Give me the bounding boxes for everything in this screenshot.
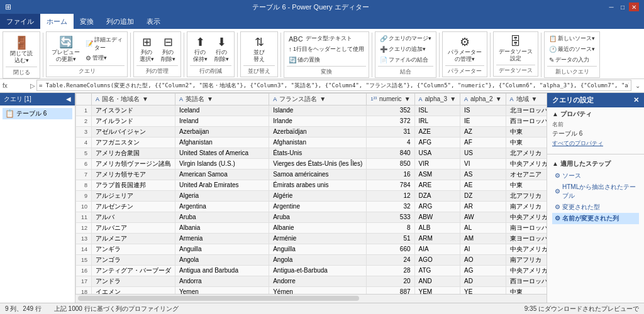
col-header-rownum[interactable]: [76, 93, 92, 105]
all-properties-link[interactable]: すべてのプロパティ: [552, 139, 639, 148]
name-label: 名前: [552, 121, 639, 129]
remove-columns-button[interactable]: ⊟ 列の削除▾: [158, 34, 178, 64]
params-icon: ⚙: [460, 35, 470, 49]
row-number: 9: [76, 190, 92, 201]
choose-columns-button[interactable]: ⊞ 列の選択▾: [136, 34, 157, 64]
table-row[interactable]: 6アメリカ領ヴァージン諸島Virgin Islands (U.S.)Vierge…: [76, 158, 547, 169]
col-header-english[interactable]: A英語名▼: [175, 93, 269, 105]
header-row-button[interactable]: ↑1行目をヘッダーとして使用: [287, 45, 366, 54]
maximize-button[interactable]: □: [618, 3, 628, 11]
step-label: 変更された型: [562, 203, 600, 212]
combine-files-button[interactable]: 📄ファイルの結合: [378, 55, 433, 65]
ribbon-group-new-query: 📋新しいソース▾ 🕐最近のソース▾ ✎データの入力 新しいクエリ: [544, 31, 600, 78]
table-row[interactable]: 4アフガニスタンAfghanistanAfghanistan4AFGAF中東IS…: [76, 137, 547, 148]
minimize-button[interactable]: ─: [606, 3, 616, 11]
alpha3-code: AND: [414, 276, 460, 286]
close-load-button[interactable]: 🚪 閉じて読込む▾: [8, 34, 35, 65]
tab-transform[interactable]: 変換: [74, 14, 100, 29]
query-item-table6[interactable]: 📋 テーブル 6: [3, 108, 72, 119]
alpha3-code: YEM: [414, 286, 460, 294]
enter-data-button[interactable]: ✎データの入力: [547, 55, 597, 65]
alpha2-code: AE: [460, 180, 506, 190]
alpha2-code: AL: [460, 222, 506, 233]
manage-params-button[interactable]: ⚙ パラメーターの管理▾: [445, 34, 484, 64]
region: 南アフリカ: [506, 254, 547, 265]
replace-values-button[interactable]: 🔄値の置換: [287, 55, 366, 65]
region: 南アメリカ: [506, 201, 547, 212]
french-name: Albanie: [269, 222, 367, 233]
region: 北ヨーロッパ: [506, 105, 547, 116]
table-row[interactable]: 5アメリカ合衆国United States of AmericaÉtats-Un…: [76, 148, 547, 158]
col-header-numeric[interactable]: 1²³numeric▼: [367, 93, 414, 105]
query-pane-collapse[interactable]: ◀: [66, 95, 71, 102]
col-header-alpha3[interactable]: Aalpha_3▼: [414, 93, 460, 105]
recent-sources-button[interactable]: 🕐最近のソース▾: [547, 45, 597, 54]
steps-title: ▲ 適用したステップ: [552, 160, 639, 168]
remove-rows-button[interactable]: ⬇ 行の削除▾: [211, 34, 231, 64]
table-row[interactable]: 10アルゼンチンArgentinaArgentine32ARGAR南アメリカIS…: [76, 201, 547, 212]
tab-add-column[interactable]: 列の追加: [100, 14, 140, 29]
country-name: アラブ首長国連邦: [92, 180, 175, 190]
french-name: Arménie: [269, 233, 367, 244]
region: 中央アメリカ: [506, 212, 547, 222]
ribbon-tabs: ファイル ホーム 変換 列の追加 表示: [0, 14, 644, 29]
scrollbar-thumb[interactable]: [78, 296, 359, 301]
col-header-french[interactable]: Aフランス語名▼: [269, 93, 367, 105]
merge-queries-button[interactable]: 🔗クエリのマージ▾: [378, 34, 433, 43]
step-item-2[interactable]: ⚙変更された型: [552, 202, 639, 213]
region: 南ヨーロッパ: [506, 222, 547, 233]
table-row[interactable]: 8アラブ首長国連邦United Arab EmiratesÉmirats ara…: [76, 180, 547, 190]
append-queries-button[interactable]: ➕クエリの追加▾: [378, 45, 433, 54]
tab-view[interactable]: 表示: [140, 14, 167, 29]
col-header-alpha2[interactable]: Aalpha_2▼: [460, 93, 506, 105]
table-row[interactable]: 12アルバニアAlbaniaAlbanie8ALBAL南ヨーロッパISO 316…: [76, 222, 547, 233]
table-row[interactable]: 3アゼルバイジャンAzerbaijanAzerbaïdjan31AZEAZ中東I…: [76, 126, 547, 137]
tab-home[interactable]: ホーム: [40, 14, 74, 29]
table-row[interactable]: 16アンティグア・バーブーダAntigua and BarbudaAntigua…: [76, 265, 547, 276]
new-source-button[interactable]: 📋新しいソース▾: [547, 34, 597, 43]
table-row[interactable]: 11アルバArubaAruba533ABWAW中央アメリカISO 3166-2:…: [76, 212, 547, 222]
new-source-icon: 📋: [549, 35, 557, 42]
col-header-region[interactable]: A地域▼: [506, 93, 547, 105]
step-item-0[interactable]: ⚙ソース: [552, 170, 639, 181]
formula-label: fx: [3, 82, 28, 89]
settings-close-icon[interactable]: ✕: [633, 96, 639, 104]
formula-input[interactable]: [36, 80, 631, 91]
formula-expand-button[interactable]: ⌄: [634, 82, 641, 89]
datasource-settings-button[interactable]: 🗄 データソース設定: [496, 34, 535, 63]
manage-button[interactable]: ⚙管理▾: [84, 53, 125, 63]
row-number: 8: [76, 180, 92, 190]
english-name: Armenia: [175, 233, 269, 244]
table-row[interactable]: 13アルメニアArmeniaArménie51ARMAM東ヨーロッパISO 31…: [76, 233, 547, 244]
table-row[interactable]: 14アンギラAnguillaAnguilla660AIAAI中央アメリカISO …: [76, 244, 547, 254]
numeric-code: 16: [367, 169, 414, 180]
table-row[interactable]: 18イエメンYemenYémen887YEMYE中東ISO 3166-2:YE: [76, 286, 547, 294]
table-row[interactable]: 17アンドラAndorraAndorre20ANDAD西ヨーロッパISO 316…: [76, 276, 547, 286]
sep8: [490, 33, 491, 77]
table-row[interactable]: 7アメリカ領サモアAmerican SamoaSamoa américaines…: [76, 169, 547, 180]
horizontal-scrollbar[interactable]: [75, 294, 547, 303]
table-row[interactable]: 15アンゴラAngolaAngola24AGOAO南アフリカISO 3166-2…: [76, 254, 547, 265]
close-button[interactable]: ✕: [629, 3, 639, 11]
numeric-code: 372: [367, 116, 414, 126]
table-row[interactable]: 1アイスランドIcelandIslande352ISLIS北ヨーロッパISO 3…: [76, 105, 547, 116]
table-row[interactable]: 9アルジェリアAlgeriaAlgérie12DZADZ北アフリカISO 316…: [76, 190, 547, 201]
col-header-country[interactable]: A国名・地域名▼: [92, 93, 175, 105]
step-icon: ⚙: [555, 215, 560, 222]
advanced-editor-button[interactable]: 📝詳細エディター: [84, 35, 125, 53]
preview-refresh-button[interactable]: 🔄 プレビューの更新▾: [49, 34, 82, 64]
step-item-1[interactable]: ⚙HTMLから抽出されたテーブル: [552, 181, 639, 202]
table-row[interactable]: 2アイルランドIrelandIrlande372IRLIE西ヨーロッパISO 3…: [76, 116, 547, 126]
region: 東ヨーロッパ: [506, 233, 547, 244]
keep-rows-button[interactable]: ⬆ 行の保持▾: [190, 34, 210, 64]
alpha2-code: AO: [460, 254, 506, 265]
group-label-new-query: 新しいクエリ: [547, 66, 597, 76]
data-scroll[interactable]: A国名・地域名▼ A英語名▼ Aフランス語名▼ 1²³numeric▼ Aalp: [75, 93, 547, 294]
sort-button[interactable]: ⇅ 並び替え: [249, 34, 269, 64]
tab-file[interactable]: ファイル: [0, 14, 40, 29]
sep4: [237, 33, 238, 77]
numeric-code: 4: [367, 137, 414, 148]
step-item-3[interactable]: ⚙名前が変更された列: [552, 213, 639, 224]
alpha3-code: USA: [414, 148, 460, 158]
data-type-button[interactable]: ABCデータ型:テキスト: [287, 34, 366, 43]
